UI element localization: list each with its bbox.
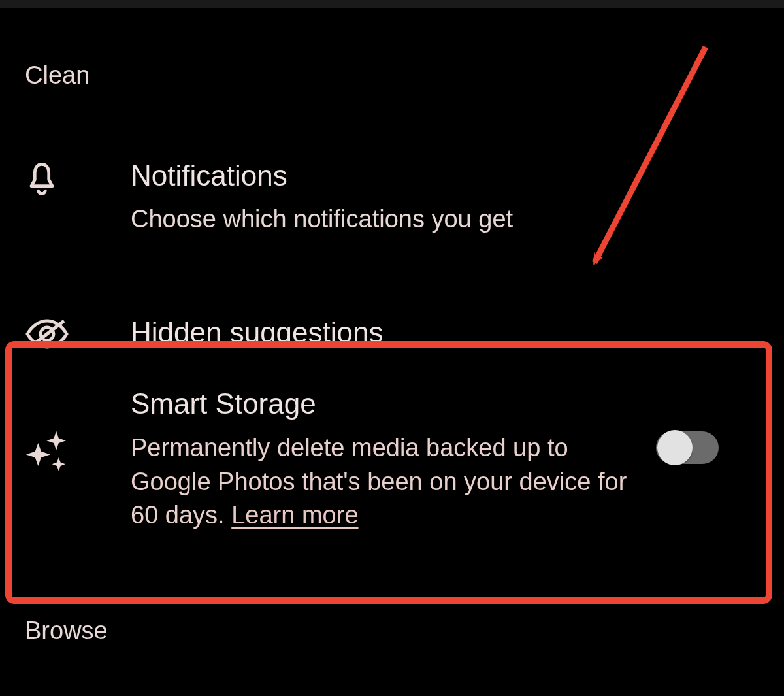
notifications-title: Notifications <box>131 160 759 191</box>
settings-screen: Clean Notifications Choose which notific… <box>0 0 784 696</box>
toggle-thumb <box>657 430 693 465</box>
section-header-browse: Browse <box>25 617 108 645</box>
bell-icon <box>25 160 131 199</box>
section-header-clean: Clean <box>0 8 784 90</box>
smart-storage-title: Smart Storage <box>131 388 627 420</box>
learn-more-link[interactable]: Learn more <box>231 501 358 529</box>
hidden-suggestions-text: Hidden suggestions <box>131 317 759 348</box>
divider <box>9 574 775 574</box>
setting-row-notifications[interactable]: Notifications Choose which notifications… <box>0 160 784 236</box>
sparkle-icon <box>25 426 131 474</box>
hidden-suggestions-title: Hidden suggestions <box>131 317 759 348</box>
content-area: Clean Notifications Choose which notific… <box>0 8 784 351</box>
smart-storage-body-text: Permanently delete media backed up to Go… <box>131 434 627 529</box>
notifications-text: Notifications Choose which notifications… <box>131 160 759 236</box>
smart-storage-text: Smart Storage Permanently delete media b… <box>131 388 627 532</box>
eye-off-icon <box>25 317 131 351</box>
smart-storage-toggle[interactable] <box>656 431 719 464</box>
smart-storage-body: Permanently delete media backed up to Go… <box>131 431 627 532</box>
status-bar <box>0 0 784 8</box>
setting-row-smart-storage[interactable]: Smart Storage Permanently delete media b… <box>25 388 759 532</box>
setting-row-hidden-suggestions[interactable]: Hidden suggestions <box>0 317 784 351</box>
smart-storage-toggle-col <box>627 431 719 464</box>
notifications-subtitle: Choose which notifications you get <box>131 203 759 235</box>
